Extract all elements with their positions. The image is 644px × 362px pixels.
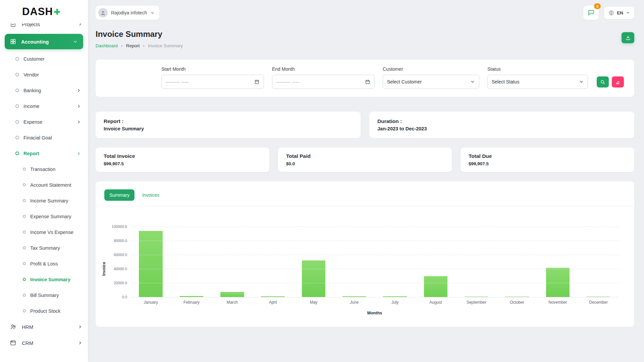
sidebar-item-label: Expense Summary (30, 214, 81, 219)
breadcrumb-current: Invoice Summary (148, 43, 183, 48)
page-title: Invoice Summary (96, 29, 183, 39)
bullet-icon (15, 152, 19, 155)
end-month-label: End Month (272, 66, 375, 72)
start-month-input[interactable]: -------- ---- (161, 75, 264, 89)
download-button[interactable] (622, 32, 634, 43)
sidebar-item-banking[interactable]: Banking (0, 82, 88, 98)
start-month-field: Start Month -------- ---- (161, 66, 264, 89)
sidebar-item-income[interactable]: Income (0, 98, 88, 114)
end-month-input[interactable]: -------- ---- (272, 75, 375, 89)
bullet-icon (15, 57, 19, 61)
bullet-icon (15, 73, 19, 76)
sidebar-item-label: Account Statement (30, 182, 81, 188)
duration-label: Duration : (377, 118, 626, 124)
duration-card: Duration : Jan-2023 to Dec-2023 (369, 112, 634, 138)
bar-november[interactable] (546, 268, 570, 297)
status-select[interactable]: Select Status (487, 75, 588, 89)
bar-may[interactable] (302, 260, 325, 297)
sidebar-item-label: Accounting (21, 39, 73, 45)
sidebar-item-customer[interactable]: Customer (0, 51, 88, 67)
messages-badge: 0 (594, 3, 601, 9)
sidebar-item-crm[interactable]: CRM (0, 335, 88, 351)
sidebar-item-income-vs-expense[interactable]: Income Vs Expense (0, 224, 88, 240)
gridline (130, 241, 619, 241)
sidebar-item-product-stock[interactable]: Product Stock (0, 303, 88, 319)
bullet-icon (23, 183, 26, 186)
x-tick-label: August (415, 300, 456, 305)
sidebar-item-label: Tax Summary (30, 245, 81, 251)
report-value: Invoice Summary (104, 126, 353, 131)
sidebar-bottom: HRMCRM (0, 319, 88, 351)
chevron-right-icon (76, 104, 81, 109)
x-tick-label: July (375, 300, 415, 305)
sidebar-item-tax-summary[interactable]: Tax Summary (0, 240, 88, 256)
globe-icon (608, 10, 614, 16)
download-icon (625, 35, 631, 41)
sidebar-menu: Projects Accounting CustomerVendorBankin… (0, 16, 88, 351)
sidebar-item-bill-summary[interactable]: Bill Summary (0, 287, 88, 303)
bullet-icon (23, 262, 26, 265)
bar-slot (293, 227, 334, 297)
report-info-row: Report : Invoice Summary Duration : Jan-… (96, 112, 634, 138)
sidebar-item-account-statement[interactable]: Account Statement (0, 177, 88, 193)
sidebar-item-transaction[interactable]: Transaction (0, 161, 88, 177)
filter-actions (597, 76, 624, 89)
breadcrumb-report[interactable]: Report (126, 43, 140, 48)
sidebar-item-income-summary[interactable]: Income Summary (0, 193, 88, 208)
breadcrumb: Dashboard › Report › Invoice Summary (96, 43, 183, 48)
bar-august[interactable] (424, 276, 447, 297)
chevron-down-icon (470, 79, 475, 84)
sidebar-item-label: Product Stock (30, 308, 81, 314)
chart-bars (130, 227, 619, 297)
breadcrumb-dashboard[interactable]: Dashboard (96, 43, 118, 48)
sidebar-item-hrm[interactable]: HRM (0, 319, 88, 335)
chevron-right-icon (76, 151, 81, 156)
tab-summary[interactable]: Summary (104, 189, 135, 201)
x-tick-label: December (578, 300, 619, 305)
app-logo[interactable]: DASH (0, 0, 88, 23)
sidebar-item-report[interactable]: Report (0, 145, 88, 161)
bar-slot (456, 227, 497, 297)
total-due-card: Total Due $99,907.5 (461, 147, 634, 172)
sidebar-item-expense[interactable]: Expense (0, 114, 88, 130)
company-selector[interactable]: Rajodiya infotech (96, 6, 159, 20)
bar-slot (415, 227, 456, 297)
sidebar-item-invoice-summary[interactable]: Invoice Summary (0, 272, 88, 287)
tab-invoices[interactable]: Invoices (137, 189, 164, 201)
grid-icon (9, 38, 17, 45)
messages-button[interactable]: 0 (583, 6, 599, 20)
bar-slot (537, 227, 578, 297)
x-tick-label: February (171, 300, 212, 305)
topbar: Rajodiya infotech 0 EN (96, 0, 634, 21)
sidebar-item-accounting[interactable]: Accounting (5, 34, 83, 49)
main-content: Rajodiya infotech 0 EN Invoice Summary D… (96, 0, 634, 327)
gridline (130, 227, 619, 227)
x-tick-label: October (497, 300, 537, 305)
calendar-icon (254, 79, 260, 84)
language-label: EN (617, 10, 623, 15)
customer-select[interactable]: Select Customer (383, 75, 479, 89)
report-label: Report : (104, 118, 353, 124)
sidebar-item-finacial-goal[interactable]: Finacial Goal (0, 130, 88, 145)
sidebar-item-profit-loss[interactable]: Profit & Loss (0, 256, 88, 272)
chevron-right-icon (78, 341, 83, 345)
chevron-down-icon (150, 11, 155, 15)
sidebar-item-expense-summary[interactable]: Expense Summary (0, 208, 88, 224)
y-tick-label: 40000.0 (103, 267, 127, 271)
sidebar-item-label: Income (23, 104, 76, 109)
hrm-icon (9, 323, 17, 330)
language-selector[interactable]: EN (604, 7, 634, 19)
reset-filter-button[interactable] (612, 76, 624, 87)
filter-card: Start Month -------- ---- End Month ----… (96, 60, 634, 97)
report-card: Report : Invoice Summary (96, 112, 361, 138)
sidebar-item-label: Banking (23, 88, 76, 93)
total-paid-value: $0.0 (286, 161, 444, 166)
sidebar-item-vendor[interactable]: Vendor (0, 67, 88, 82)
bar-slot (253, 227, 293, 297)
apply-filter-button[interactable] (597, 76, 609, 87)
total-paid-card: Total Paid $0.0 (278, 147, 452, 172)
chart-xlabel: Months (130, 311, 619, 315)
bullet-icon (23, 199, 26, 202)
bar-march[interactable] (220, 292, 244, 297)
chart-tabs: Summary Invoices (96, 189, 634, 201)
